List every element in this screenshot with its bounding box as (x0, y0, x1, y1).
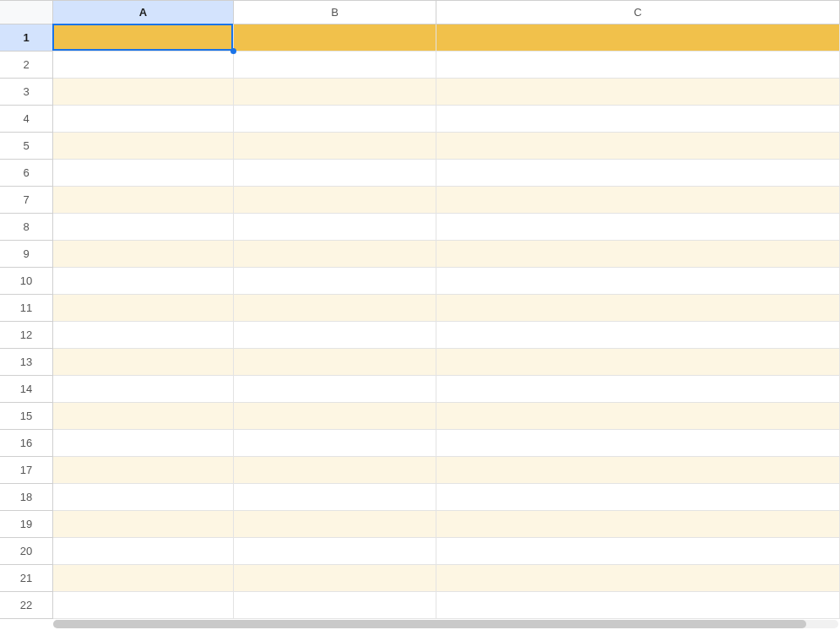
cell-B22[interactable] (234, 592, 436, 619)
cell-B2[interactable] (234, 52, 436, 79)
row-header-5[interactable]: 5 (0, 133, 53, 160)
row-header-1[interactable]: 1 (0, 24, 53, 52)
row-header-14[interactable]: 14 (0, 376, 53, 403)
cell-C22[interactable] (436, 592, 840, 619)
row-header-22[interactable]: 22 (0, 592, 53, 619)
cell-B12[interactable] (234, 322, 436, 349)
cell-B7[interactable] (234, 187, 436, 214)
cell-C5[interactable] (436, 133, 840, 160)
cell-C4[interactable] (436, 106, 840, 133)
cell-C21[interactable] (436, 565, 840, 592)
cell-C12[interactable] (436, 322, 840, 349)
row-header-15[interactable]: 15 (0, 403, 53, 430)
row-header-label: 20 (20, 545, 32, 557)
cell-C17[interactable] (436, 457, 840, 484)
column-header-C[interactable]: C (436, 1, 840, 24)
cell-C1[interactable] (436, 24, 840, 52)
column-header-B[interactable]: B (234, 1, 436, 24)
row-header-2[interactable]: 2 (0, 52, 53, 79)
cell-B5[interactable] (234, 133, 436, 160)
row-header-10[interactable]: 10 (0, 268, 53, 295)
cell-B18[interactable] (234, 484, 436, 511)
cell-A19[interactable] (53, 511, 234, 538)
cell-A16[interactable] (53, 430, 234, 457)
cell-B10[interactable] (234, 268, 436, 295)
row-header-13[interactable]: 13 (0, 349, 53, 376)
row-header-4[interactable]: 4 (0, 106, 53, 133)
cell-B15[interactable] (234, 403, 436, 430)
row-header-label: 1 (23, 31, 29, 44)
cell-A1[interactable] (53, 24, 234, 52)
row-header-8[interactable]: 8 (0, 214, 53, 241)
row-header-12[interactable]: 12 (0, 322, 53, 349)
cell-C11[interactable] (436, 295, 840, 322)
cell-B6[interactable] (234, 160, 436, 187)
cell-B8[interactable] (234, 214, 436, 241)
cell-B3[interactable] (234, 79, 436, 106)
cell-B13[interactable] (234, 349, 436, 376)
cell-A18[interactable] (53, 484, 234, 511)
cell-C18[interactable] (436, 484, 840, 511)
cell-A20[interactable] (53, 538, 234, 565)
column-header-A[interactable]: A (53, 1, 234, 24)
cell-A5[interactable] (53, 133, 234, 160)
cell-A10[interactable] (53, 268, 234, 295)
row-header-16[interactable]: 16 (0, 430, 53, 457)
cell-B20[interactable] (234, 538, 436, 565)
cell-C10[interactable] (436, 268, 840, 295)
cell-C7[interactable] (436, 187, 840, 214)
cell-B21[interactable] (234, 565, 436, 592)
cell-C16[interactable] (436, 430, 840, 457)
row-header-label: 14 (20, 383, 32, 395)
cell-B1[interactable] (234, 24, 436, 52)
cell-C3[interactable] (436, 79, 840, 106)
cell-A6[interactable] (53, 160, 234, 187)
cell-A2[interactable] (53, 52, 234, 79)
cell-B11[interactable] (234, 295, 436, 322)
cell-B19[interactable] (234, 511, 436, 538)
row-header-7[interactable]: 7 (0, 187, 53, 214)
cell-A3[interactable] (53, 79, 234, 106)
cell-C15[interactable] (436, 403, 840, 430)
spreadsheet-grid[interactable]: ABC12345678910111213141516171819202122 (0, 0, 840, 619)
row-header-20[interactable]: 20 (0, 538, 53, 565)
cell-C9[interactable] (436, 241, 840, 268)
cell-C20[interactable] (436, 538, 840, 565)
cell-C6[interactable] (436, 160, 840, 187)
row-header-6[interactable]: 6 (0, 160, 53, 187)
row-header-21[interactable]: 21 (0, 565, 53, 592)
cell-B17[interactable] (234, 457, 436, 484)
row-header-11[interactable]: 11 (0, 295, 53, 322)
cell-B16[interactable] (234, 430, 436, 457)
cell-B9[interactable] (234, 241, 436, 268)
cell-A11[interactable] (53, 295, 234, 322)
row-header-9[interactable]: 9 (0, 241, 53, 268)
row-header-label: 6 (23, 166, 29, 179)
cell-C2[interactable] (436, 52, 840, 79)
cell-A21[interactable] (53, 565, 234, 592)
cell-A14[interactable] (53, 376, 234, 403)
row-header-18[interactable]: 18 (0, 484, 53, 511)
select-all-corner[interactable] (0, 1, 53, 24)
cell-A17[interactable] (53, 457, 234, 484)
row-header-3[interactable]: 3 (0, 79, 53, 106)
cell-B4[interactable] (234, 106, 436, 133)
cell-A13[interactable] (53, 349, 234, 376)
cell-A7[interactable] (53, 187, 234, 214)
cell-C14[interactable] (436, 376, 840, 403)
cell-C13[interactable] (436, 349, 840, 376)
row-header-19[interactable]: 19 (0, 511, 53, 538)
cell-C8[interactable] (436, 214, 840, 241)
cell-C19[interactable] (436, 511, 840, 538)
horizontal-scrollbar-thumb[interactable] (53, 620, 806, 628)
cell-B14[interactable] (234, 376, 436, 403)
horizontal-scrollbar-track[interactable] (53, 620, 838, 628)
cell-A8[interactable] (53, 214, 234, 241)
cell-A4[interactable] (53, 106, 234, 133)
cell-A9[interactable] (53, 241, 234, 268)
cell-A12[interactable] (53, 322, 234, 349)
fill-handle[interactable] (230, 48, 236, 54)
row-header-17[interactable]: 17 (0, 457, 53, 484)
cell-A22[interactable] (53, 592, 234, 619)
cell-A15[interactable] (53, 403, 234, 430)
